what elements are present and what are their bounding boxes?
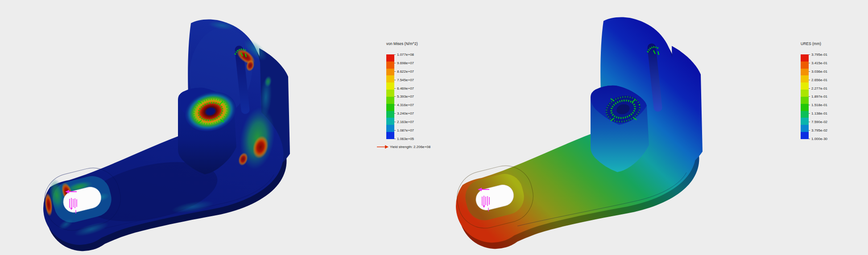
von-mises-legend: von Mises (N/m^2) 1.077e+08 9.698e+07 8.…	[377, 42, 430, 149]
scale-tick	[809, 105, 810, 105]
scale-value-text: 2.656e-01	[811, 78, 827, 82]
scale-tick	[394, 122, 396, 122]
scale-tick	[394, 113, 396, 114]
scale-value-text: 1.897e-01	[811, 95, 827, 99]
scale-tick	[809, 139, 810, 139]
simulation-viewport: von Mises (N/m^2) 1.077e+08 9.698e+07 8.…	[0, 0, 868, 255]
scale-tick	[394, 105, 396, 105]
scale-tick	[394, 71, 396, 72]
scale-value-text: 9.698e+07	[397, 61, 414, 65]
scale-value: 4.316e+07	[394, 103, 414, 107]
scale-value-text: 3.415e-01	[811, 61, 827, 65]
scale-value-text: 4.316e+07	[397, 103, 414, 107]
scale-value: 5.393e+07	[394, 95, 414, 99]
color-scale-bar	[386, 54, 394, 139]
scale-value: 2.277e-01	[809, 86, 827, 90]
displacement-model[interactable]	[451, 17, 703, 249]
scale-tick	[809, 80, 810, 80]
scale-tick	[394, 63, 396, 63]
scale-value-text: 3.036e-01	[811, 70, 827, 74]
scale-value-text: 8.622e+07	[397, 70, 414, 74]
scale-value-text: 1.063e+05	[397, 137, 414, 141]
scale-value-text: 3.795e-01	[811, 53, 827, 57]
yield-strength-label: Yield strength: 2.206e+08	[390, 145, 430, 149]
scale-value: 2.163e+07	[394, 120, 414, 124]
scale-value-text: 6.469e+07	[397, 86, 414, 90]
scale-value: 1.063e+05	[394, 137, 414, 141]
scale-tick	[394, 80, 396, 80]
scale-value: 9.698e+07	[394, 61, 414, 65]
scale-tick	[809, 63, 810, 63]
scale-value-text: 1.087e+07	[397, 128, 414, 132]
scale-value-text: 3.795e-02	[811, 128, 827, 132]
scale-labels: 1.077e+08 9.698e+07 8.622e+07 7.545e+07 …	[394, 53, 414, 141]
scale-value: 1.077e+08	[394, 53, 414, 57]
yield-arrow-icon	[377, 145, 389, 149]
scale-tick	[809, 54, 810, 55]
scale-value: 3.240e+07	[394, 111, 414, 115]
scale-value: 1.000e-30	[809, 137, 827, 141]
scale-tick	[394, 96, 396, 97]
legend-title: URES (mm)	[801, 42, 827, 46]
scale-value-text: 7.590e-02	[811, 120, 827, 124]
stress-model[interactable]	[39, 19, 290, 251]
scale-tick	[809, 96, 810, 97]
scale-value: 2.656e-01	[809, 78, 827, 82]
scale-value: 1.518e-01	[809, 103, 827, 107]
scale-value: 7.590e-02	[809, 120, 827, 124]
scale-value-text: 1.000e-30	[811, 137, 827, 141]
ures-legend: URES (mm) 3.795e-01 3.415e-01 3.036e-01 …	[801, 42, 827, 141]
simulation-canvas	[0, 0, 868, 255]
scale-value-text: 1.518e-01	[811, 103, 827, 107]
scale-tick	[394, 88, 396, 89]
legend-title: von Mises (N/m^2)	[386, 42, 430, 46]
scale-tick	[394, 139, 396, 139]
scale-value: 1.087e+07	[394, 128, 414, 132]
scale-tick	[394, 54, 396, 55]
scale-value-text: 5.393e+07	[397, 95, 414, 99]
scale-value: 3.795e-02	[809, 128, 827, 132]
yield-strength-annotation: Yield strength: 2.206e+08	[377, 145, 430, 149]
scale-value-text: 1.077e+08	[397, 53, 414, 57]
scale-value: 1.897e-01	[809, 95, 827, 99]
scale-value-text: 1.138e-01	[811, 111, 827, 115]
scale-value: 1.138e-01	[809, 111, 827, 115]
scale-tick	[809, 113, 810, 114]
scale-value-text: 2.163e+07	[397, 120, 414, 124]
scale-value: 3.415e-01	[809, 61, 827, 65]
scale-tick	[809, 71, 810, 72]
scale-value-text: 3.240e+07	[397, 111, 414, 115]
scale-value: 7.545e+07	[394, 78, 414, 82]
scale-tick	[809, 88, 810, 89]
scale-value: 3.036e-01	[809, 70, 827, 74]
scale-value: 3.795e-01	[809, 53, 827, 57]
color-scale-bar	[801, 54, 809, 139]
scale-labels: 3.795e-01 3.415e-01 3.036e-01 2.656e-01 …	[809, 53, 827, 141]
scale-tick	[809, 122, 810, 122]
scale-tick	[809, 130, 810, 131]
scale-value-text: 2.277e-01	[811, 86, 827, 90]
scale-value: 6.469e+07	[394, 86, 414, 90]
scale-value-text: 7.545e+07	[397, 78, 414, 82]
scale-tick	[394, 130, 396, 131]
scale-value: 8.622e+07	[394, 70, 414, 74]
